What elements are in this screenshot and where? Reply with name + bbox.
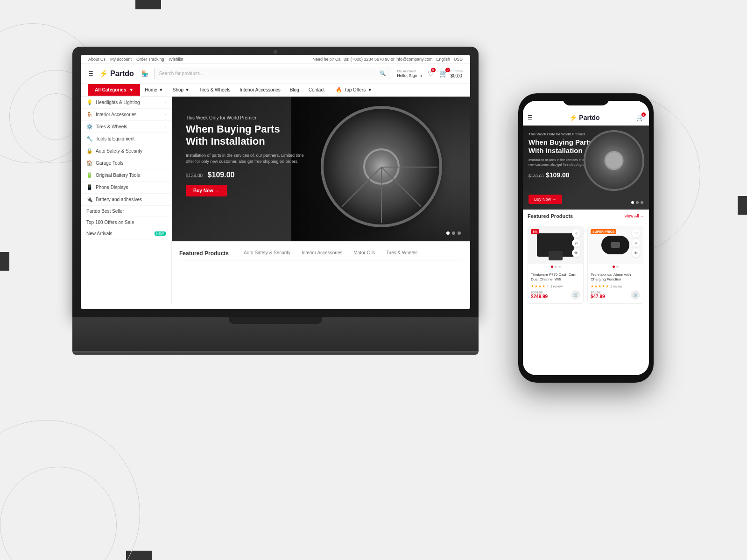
view-action-1[interactable]: 👁	[572, 249, 580, 257]
add-to-cart-1[interactable]: 🛒	[571, 290, 580, 300]
sidebar-item-garage[interactable]: 🏠 Garage Tools	[81, 157, 171, 169]
hero-dot-3[interactable]	[458, 231, 461, 235]
cart-block[interactable]: 🛒 0 0 Items $0.00	[439, 69, 463, 78]
sidebar-item-battery-adh[interactable]: 🔌 Battery and adhesives	[81, 194, 171, 206]
view-action-2[interactable]: 👁	[632, 249, 640, 257]
nav-interior[interactable]: Interior Accessories	[235, 84, 285, 96]
dash-cam-visual	[537, 233, 574, 257]
product-old-price-1: $268.99	[531, 291, 548, 294]
phone-hero-buy-button[interactable]: Buy Now →	[529, 195, 562, 204]
site-main: 💡 Headlights & Lighting › 🪑 Interior Acc…	[81, 97, 470, 304]
feat-tab-tires[interactable]: Tires & Wheels	[381, 246, 423, 260]
nav-blog[interactable]: Blog	[285, 84, 304, 96]
pdot-2[interactable]	[555, 266, 557, 268]
laptop-screen-frame: About Us My account Order Tracking Wishl…	[72, 47, 479, 317]
sidebar-new-arrivals[interactable]: New Arrivals NEW	[81, 228, 171, 239]
my-account-block[interactable]: My Account Hello, Sign In	[397, 69, 422, 78]
topbar-language[interactable]: English	[436, 57, 450, 62]
phone-dot-2[interactable]	[636, 201, 639, 204]
site-content: This Week Only for World Premier When Bu…	[172, 97, 470, 304]
pdot-3[interactable]	[558, 266, 561, 268]
wishlist-icon[interactable]: ♡ 0	[428, 70, 434, 78]
battery-tools-icon: 🔋	[86, 172, 93, 178]
wishlist-action-2[interactable]: ♡	[632, 229, 640, 238]
hero-slider-dots	[446, 231, 461, 235]
sidebar-item-phone[interactable]: 📱 Phone Displays	[81, 182, 171, 194]
sidebar-item-interior[interactable]: 🪑 Interior Accessories ›	[81, 109, 171, 121]
product-name-2: Technaxx car Alarm with Charging Functio…	[591, 273, 640, 282]
phone-product-card-2: SUPER PRICE ♡ ⇄ 👁 Technaxx car Alarm wit…	[587, 226, 643, 304]
sidebar-new-arrivals-label: New Arrivals	[86, 231, 113, 236]
star2-5: ★	[606, 284, 609, 288]
safety-icon: 🔒	[86, 148, 93, 154]
sidebar-battery-tools-label: Original Battery Tools	[96, 173, 140, 178]
phone-dot-3[interactable]	[641, 201, 643, 204]
nav-all-categories[interactable]: All Categories ▼	[88, 84, 140, 96]
feat-tab-oils[interactable]: Motor Oils	[348, 246, 381, 260]
laptop-foot	[72, 351, 479, 355]
wishlist-badge: 0	[431, 68, 436, 72]
sidebar-item-safety[interactable]: 🔒 Auto Safety & Security	[81, 145, 171, 157]
sidebar-item-tires[interactable]: ⚙️ Tires & Wheels ›	[81, 121, 171, 133]
sidebar-item-tools[interactable]: 🔧 Tools & Equipment	[81, 133, 171, 145]
fire-icon: 🔥	[336, 87, 342, 93]
spoke-1	[381, 167, 437, 168]
product-new-price-1: $249.99	[531, 294, 548, 299]
phone-screen: ☰ ⚡ Partdo 🛒 1 This Week Only for World …	[523, 101, 649, 375]
deco-rect-4	[0, 252, 9, 271]
search-bar[interactable]: Search for products... 🔍	[154, 68, 392, 79]
logo[interactable]: ⚡ Partdo	[99, 69, 134, 78]
nav-shop[interactable]: Shop ▼	[168, 84, 194, 96]
deco-rect-5	[738, 196, 747, 215]
hero-dot-2[interactable]	[452, 231, 455, 235]
laptop-device: About Us My account Order Tracking Wishl…	[72, 47, 479, 355]
topbar-order[interactable]: Order Tracking	[136, 57, 164, 62]
sidebar-tools-label: Tools & Equipment	[96, 136, 134, 141]
compare-action-2[interactable]: ⇄	[632, 239, 640, 247]
product-info-2: Technaxx car Alarm with Charging Functio…	[588, 270, 643, 303]
site-sidebar: 💡 Headlights & Lighting › 🪑 Interior Acc…	[81, 97, 172, 304]
nav-all-cat-label: All Categories	[95, 87, 126, 92]
sidebar-top100-label: Top 100 Offers on Sale	[86, 220, 134, 225]
pdot2-1[interactable]	[613, 266, 615, 268]
sidebar-headlights-label: Headlights & Lighting	[96, 100, 140, 105]
nav-contact[interactable]: Contact	[304, 84, 329, 96]
hero-buy-button[interactable]: Buy Now →	[186, 185, 227, 196]
featured-tabs: Featured Products Auto Safety & Security…	[179, 246, 463, 260]
interior-icon: 🪑	[86, 112, 93, 118]
product-name-1: Thinkware F770 Dash Cam Dual Channel Wif…	[531, 273, 580, 282]
tires-icon: ⚙️	[86, 124, 93, 130]
topbar-currency[interactable]: USD	[454, 57, 463, 62]
topbar-wishlist[interactable]: Wishlist	[169, 57, 183, 62]
wishlist-action-1[interactable]: ♡	[572, 229, 580, 238]
phone-logo-icon: ⚡	[569, 114, 577, 121]
sidebar-item-headlights[interactable]: 💡 Headlights & Lighting ›	[81, 97, 171, 109]
topbar-about[interactable]: About Us	[88, 57, 106, 62]
phone-dot-1[interactable]	[631, 201, 634, 204]
nav-tires[interactable]: Tires & Wheels	[194, 84, 235, 96]
phone-view-all[interactable]: View All →	[624, 214, 644, 218]
feat-tab-safety[interactable]: Auto Safety & Security	[238, 246, 296, 260]
top-offers-label: Top Offers	[344, 87, 366, 92]
tools-icon: 🔧	[86, 136, 93, 142]
pdot-1[interactable]	[551, 266, 553, 268]
topbar-account[interactable]: My account	[110, 57, 132, 62]
search-icon[interactable]: 🔍	[380, 70, 386, 77]
feat-tab-interior[interactable]: Interior Accessories	[296, 246, 348, 260]
sidebar-item-battery-tools[interactable]: 🔋 Original Battery Tools	[81, 169, 171, 182]
compare-action-1[interactable]: ⇄	[572, 239, 580, 247]
nav-top-offers[interactable]: 🔥 Top Offers ▼	[331, 84, 377, 96]
add-to-cart-2[interactable]: 🛒	[631, 290, 640, 300]
hero-dot-1[interactable]	[446, 231, 450, 235]
nav-home[interactable]: Home ▼	[140, 84, 168, 96]
cart-icon: 🛒 0	[439, 70, 448, 78]
phone-hamburger-icon[interactable]: ☰	[528, 114, 533, 121]
laptop-hinge	[229, 317, 322, 324]
pdot2-2[interactable]	[616, 266, 619, 268]
product-new-price-2: $47.99	[591, 294, 605, 299]
sidebar-best-seller[interactable]: Partdo Best Seller	[81, 206, 171, 217]
phone-logo[interactable]: ⚡ Partdo	[569, 114, 599, 121]
hamburger-icon[interactable]: ☰	[88, 70, 93, 77]
sidebar-top100[interactable]: Top 100 Offers on Sale	[81, 217, 171, 228]
phone-cart-icon[interactable]: 🛒 1	[636, 114, 644, 121]
